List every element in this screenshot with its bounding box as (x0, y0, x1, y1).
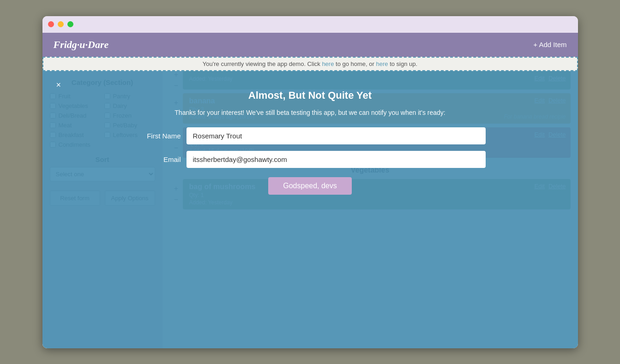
email-input[interactable] (187, 151, 486, 168)
first-name-label: First Name (135, 132, 181, 140)
demo-banner: You're currently viewing the app demo. C… (42, 57, 578, 71)
first-name-input[interactable] (187, 127, 486, 144)
modal-close-button[interactable]: × (56, 80, 61, 90)
modal-submit-button[interactable]: Godspeed, devs (268, 177, 352, 195)
demo-text-before: You're currently viewing the app demo. C… (203, 60, 322, 67)
demo-text-middle: to go home, or (334, 60, 376, 67)
app-window: Fridg·u·Dare + Add Item You're currently… (42, 16, 578, 348)
modal-form: First Name Email Godspeed, devs (135, 127, 486, 195)
email-label: Email (135, 155, 181, 163)
demo-link-signup[interactable]: here (376, 60, 388, 67)
app-logo: Fridg·u·Dare (54, 39, 109, 51)
modal-title: Almost, But Not Quite Yet (61, 90, 560, 101)
close-traffic-light[interactable] (48, 21, 54, 27)
email-row: Email (135, 151, 486, 168)
demo-text-after: to sign up. (388, 60, 418, 67)
title-bar (42, 16, 578, 33)
add-item-button[interactable]: + Add Item (533, 41, 566, 48)
minimize-traffic-light[interactable] (58, 21, 64, 27)
modal-subtitle: Thanks for your interest! We've still be… (61, 109, 560, 116)
main-content: Category (Section) Fruit Pantry Vegetabl… (42, 71, 578, 348)
modal-overlay: × Almost, But Not Quite Yet Thanks for y… (42, 71, 578, 348)
demo-link-home[interactable]: here (322, 60, 334, 67)
app-header: Fridg·u·Dare + Add Item (42, 33, 578, 57)
maximize-traffic-light[interactable] (67, 21, 73, 27)
first-name-row: First Name (135, 127, 486, 144)
